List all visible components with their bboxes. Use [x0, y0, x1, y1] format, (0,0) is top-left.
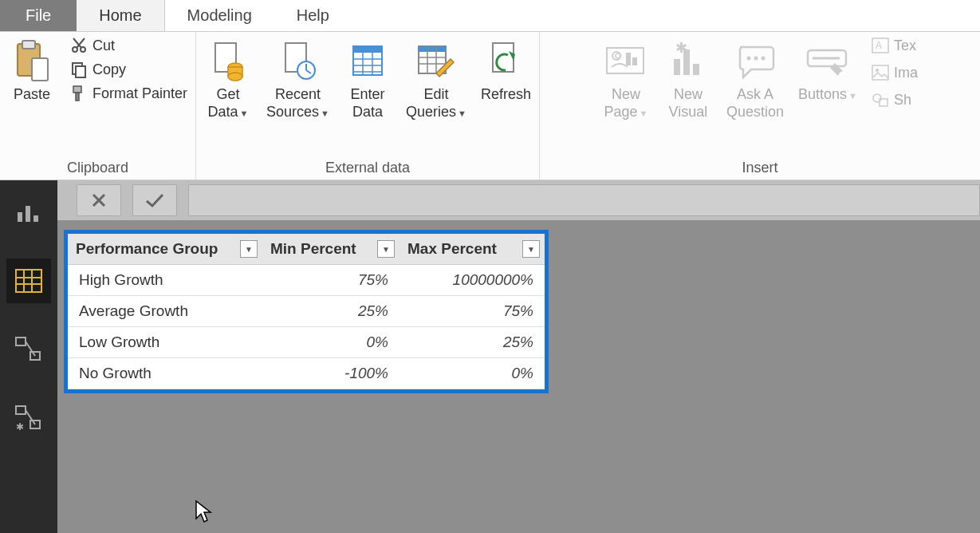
column-header-min-label: Min Percent — [270, 240, 356, 257]
buttons-button[interactable]: Buttons▼ — [798, 37, 857, 104]
svg-rect-33 — [493, 43, 514, 72]
table-row[interactable]: Average Growth 25% 75% — [68, 296, 545, 327]
svg-rect-9 — [73, 86, 81, 93]
menu-bar: File Home Modeling Help — [0, 0, 980, 32]
paintbrush-icon — [70, 85, 88, 102]
text-box-icon: A — [872, 37, 889, 54]
cell-min: 25% — [262, 296, 399, 327]
svg-rect-27 — [419, 46, 446, 52]
ribbon-group-insert: New Page▼ ✱ New Visual Ask A Question Bu… — [540, 32, 980, 180]
chat-bubble-icon — [735, 37, 775, 85]
new-page-icon — [604, 37, 648, 85]
ask-question-label: Ask A Question — [726, 86, 784, 120]
cut-label: Cut — [92, 38, 115, 54]
model-view-alt-button[interactable]: ✱ — [6, 396, 51, 440]
column-header-group-label: Performance Group — [76, 240, 218, 257]
cell-group: No Growth — [68, 358, 262, 389]
shapes-icon — [872, 91, 889, 109]
enter-data-button[interactable]: Enter Data — [344, 37, 392, 120]
svg-rect-38 — [632, 57, 637, 65]
cell-min: 0% — [262, 327, 399, 358]
refresh-button[interactable]: Refresh — [481, 37, 531, 104]
cut-button[interactable]: Cut — [70, 37, 187, 54]
svg-rect-41 — [693, 64, 699, 75]
svg-rect-57 — [16, 270, 41, 292]
svg-rect-50 — [872, 65, 888, 80]
column-filter-dropdown[interactable]: ▼ — [240, 240, 258, 258]
column-header-performance-group[interactable]: Performance Group ▼ — [68, 234, 262, 265]
workspace: ✱ Performance Group ▼ — [0, 180, 980, 533]
svg-text:✱: ✱ — [16, 421, 24, 432]
data-view-button[interactable] — [6, 259, 51, 303]
new-visual-icon: ✱ — [669, 37, 707, 85]
edit-queries-icon — [415, 37, 457, 85]
edit-queries-button[interactable]: Edit Queries▼ — [406, 37, 466, 120]
column-filter-dropdown[interactable]: ▼ — [522, 240, 540, 258]
text-box-label: Tex — [894, 38, 916, 54]
svg-text:A: A — [876, 40, 882, 51]
svg-point-44 — [754, 57, 758, 61]
svg-point-45 — [761, 57, 765, 61]
copy-icon — [70, 61, 88, 78]
chevron-down-icon: ▼ — [848, 91, 857, 101]
paste-button[interactable]: Paste — [8, 37, 56, 104]
image-button[interactable]: Ima — [872, 64, 918, 81]
svg-rect-1 — [22, 41, 35, 49]
svg-text:✱: ✱ — [675, 41, 687, 56]
chevron-down-icon: ▼ — [640, 109, 648, 118]
column-header-max-percent[interactable]: Max Percent ▼ — [399, 234, 545, 265]
scissors-icon — [70, 37, 88, 54]
menu-modeling[interactable]: Modeling — [165, 0, 274, 31]
svg-rect-2 — [32, 58, 48, 81]
cell-min: -100% — [262, 358, 399, 389]
svg-rect-35 — [607, 48, 643, 73]
new-page-label: New Page — [604, 86, 640, 120]
copy-button[interactable]: Copy — [70, 61, 187, 78]
svg-rect-20 — [353, 46, 382, 53]
new-page-button[interactable]: New Page▼ — [602, 37, 650, 120]
column-filter-dropdown[interactable]: ▼ — [377, 240, 395, 258]
cell-max: 0% — [399, 358, 545, 389]
report-view-button[interactable] — [6, 190, 51, 235]
svg-point-51 — [876, 69, 879, 72]
menu-home[interactable]: Home — [77, 0, 164, 31]
get-data-icon — [209, 37, 247, 85]
formula-input[interactable] — [188, 184, 980, 216]
table-row[interactable]: Low Growth 0% 25% — [68, 327, 545, 358]
recent-sources-button[interactable]: Recent Sources▼ — [266, 37, 329, 120]
format-painter-label: Format Painter — [92, 85, 187, 102]
get-data-button[interactable]: Get Data▼ — [204, 37, 252, 120]
data-table: Performance Group ▼ Min Percent ▼ Max Pe… — [64, 230, 549, 393]
chevron-down-icon: ▼ — [240, 109, 249, 118]
text-box-button[interactable]: A Tex — [872, 37, 918, 54]
ask-question-button[interactable]: Ask A Question — [726, 37, 784, 120]
recent-sources-icon — [279, 37, 317, 85]
cell-max: 75% — [399, 296, 545, 327]
table-row[interactable]: No Growth -100% 0% — [68, 358, 545, 389]
new-visual-button[interactable]: ✱ New Visual — [664, 37, 712, 120]
image-label: Ima — [894, 65, 918, 81]
image-icon — [872, 64, 889, 81]
svg-rect-56 — [33, 215, 38, 222]
cell-min: 75% — [262, 265, 399, 296]
copy-label: Copy — [92, 61, 126, 78]
svg-rect-54 — [18, 212, 22, 222]
clipboard-group-label: Clipboard — [67, 156, 128, 178]
menu-help[interactable]: Help — [274, 0, 352, 31]
clipboard-icon — [13, 37, 51, 85]
formula-commit-button[interactable] — [132, 184, 177, 216]
shapes-button[interactable]: Sh — [872, 91, 918, 109]
ribbon-group-external-data: Get Data▼ Recent Sources▼ Enter Data Edi… — [196, 32, 540, 180]
format-painter-button[interactable]: Format Painter — [70, 85, 187, 102]
cell-max: 10000000% — [399, 265, 545, 296]
svg-rect-65 — [16, 406, 26, 414]
ribbon-group-clipboard: Paste Cut Copy — [0, 32, 196, 180]
model-view-button[interactable] — [6, 327, 51, 372]
column-header-min-percent[interactable]: Min Percent ▼ — [262, 234, 399, 265]
table-row[interactable]: High Growth 75% 10000000% — [68, 265, 545, 296]
formula-cancel-button[interactable] — [77, 184, 121, 216]
refresh-icon — [486, 37, 525, 85]
buttons-label: Buttons — [798, 86, 847, 102]
edit-queries-label: Edit Queries — [406, 86, 456, 120]
menu-file[interactable]: File — [0, 0, 77, 31]
